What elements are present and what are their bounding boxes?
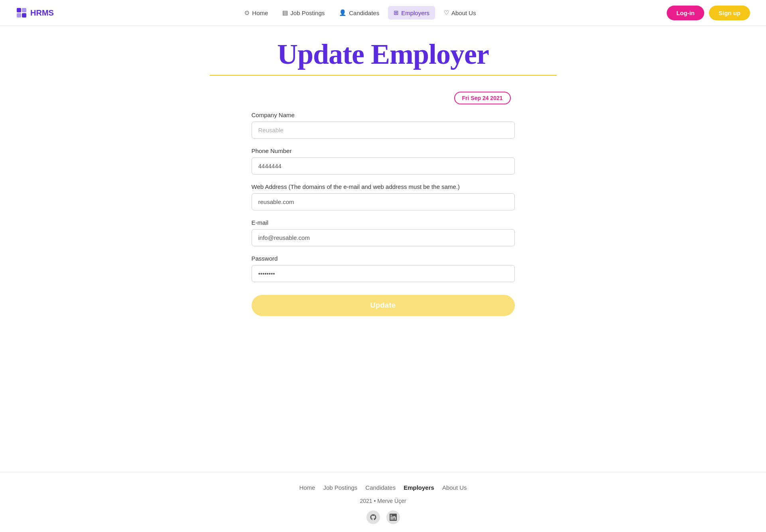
nav-menu: ⊙ Home ▤ Job Postings 👤 Candidates ⊞ Emp… [239,6,481,20]
aboutus-icon: ♡ [444,9,449,16]
footer-nav: Home Job Postings Candidates Employers A… [8,484,758,491]
email-input[interactable] [252,229,515,246]
update-button[interactable]: Update [252,295,515,316]
footer-link-candidates[interactable]: Candidates [365,484,396,491]
logo-icon [16,7,27,18]
footer-link-employers[interactable]: Employers [404,484,434,491]
footer-nav-item-job-postings[interactable]: Job Postings [323,484,357,491]
web-address-input[interactable] [252,193,515,210]
navbar-actions: Log-in Sign up [667,6,750,20]
footer-nav-item-home[interactable]: Home [299,484,315,491]
navbar: HRMS ⊙ Home ▤ Job Postings 👤 Candidates … [0,0,766,26]
nav-item-candidates[interactable]: 👤 Candidates [333,6,385,20]
nav-link-job-postings[interactable]: ▤ Job Postings [277,6,330,20]
svg-rect-1 [22,8,26,12]
update-employer-form: Company Name Phone Number Web Address (T… [252,112,515,316]
nav-link-employers[interactable]: ⊞ Employers [388,6,435,20]
password-group: Password [252,255,515,282]
footer-nav-item-about-us[interactable]: About Us [442,484,467,491]
login-button[interactable]: Log-in [667,6,704,20]
signup-button[interactable]: Sign up [709,6,750,20]
password-input[interactable] [252,265,515,282]
footer-nav-item-candidates[interactable]: Candidates [365,484,396,491]
jobpostings-icon: ▤ [282,9,288,16]
svg-rect-2 [17,13,21,18]
phone-number-group: Phone Number [252,147,515,175]
linkedin-icon[interactable] [386,510,400,524]
footer-social-icons [8,510,758,524]
password-label: Password [252,255,515,262]
footer-link-home[interactable]: Home [299,484,315,491]
nav-link-candidates[interactable]: 👤 Candidates [333,6,385,20]
nav-item-about-us[interactable]: ♡ About Us [438,6,482,20]
phone-number-label: Phone Number [252,147,515,154]
footer-link-job-postings[interactable]: Job Postings [323,484,357,491]
nav-item-home[interactable]: ⊙ Home [239,6,274,20]
employers-icon: ⊞ [394,9,399,16]
svg-rect-3 [22,13,26,18]
web-address-label: Web Address (The domains of the e-mail a… [252,183,515,190]
home-icon: ⊙ [244,9,250,16]
footer: Home Job Postings Candidates Employers A… [0,472,766,532]
email-label: E-mail [252,219,515,226]
brand-name: HRMS [30,8,54,18]
web-address-group: Web Address (The domains of the e-mail a… [252,183,515,210]
main-content: Update Employer Fri Sep 24 2021 Company … [0,26,766,472]
company-name-label: Company Name [252,112,515,118]
footer-link-about-us[interactable]: About Us [442,484,467,491]
footer-nav-item-employers[interactable]: Employers [404,484,434,491]
date-badge: Fri Sep 24 2021 [454,92,511,104]
nav-link-home[interactable]: ⊙ Home [239,6,274,20]
nav-link-about-us[interactable]: ♡ About Us [438,6,482,20]
company-name-group: Company Name [252,112,515,139]
footer-copyright: 2021 • Merve Üçer [8,498,758,504]
nav-item-employers[interactable]: ⊞ Employers [388,6,435,20]
nav-item-job-postings[interactable]: ▤ Job Postings [277,6,330,20]
page-title: Update Employer [277,38,489,71]
github-icon[interactable] [366,510,380,524]
company-name-input[interactable] [252,122,515,139]
title-divider [210,75,557,76]
email-group: E-mail [252,219,515,246]
brand-logo[interactable]: HRMS [16,7,54,18]
candidates-icon: 👤 [339,9,347,16]
svg-rect-0 [17,8,21,12]
phone-number-input[interactable] [252,157,515,175]
